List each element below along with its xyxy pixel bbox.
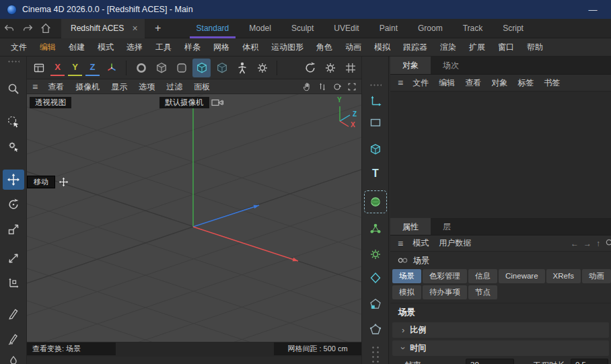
object-list[interactable] bbox=[390, 92, 611, 218]
forward-button[interactable] bbox=[18, 21, 36, 36]
attribute-manager-hamburger-icon[interactable]: ≡ bbox=[394, 236, 407, 251]
viewport-menu-cameras[interactable]: 摄像机 bbox=[70, 79, 105, 94]
group-scale[interactable]: › 比例 bbox=[392, 322, 609, 338]
om-menu-bookmarks[interactable]: 书签 bbox=[539, 77, 565, 89]
group-time[interactable]: › 时间 bbox=[392, 340, 609, 356]
menu-extensions[interactable]: 扩展 bbox=[464, 38, 491, 56]
tab-attributes[interactable]: 属性 bbox=[390, 218, 431, 235]
object-manager-hamburger-icon[interactable]: ≡ bbox=[394, 75, 407, 90]
attr-tab-cineware[interactable]: Cineware bbox=[499, 269, 545, 283]
attr-tab-color-management[interactable]: 色彩管理 bbox=[423, 269, 467, 283]
rounded-cube-button[interactable] bbox=[172, 59, 190, 77]
menu-edit[interactable]: 编辑 bbox=[34, 38, 61, 56]
axis-modify-tool-button[interactable] bbox=[3, 273, 24, 293]
layout-tab-standard[interactable]: Standard bbox=[186, 19, 240, 38]
quad-tool-button[interactable] bbox=[365, 268, 386, 288]
menu-spline[interactable]: 样条 bbox=[179, 38, 206, 56]
tool-settings-button[interactable] bbox=[321, 59, 339, 77]
history-forward-icon[interactable]: → bbox=[583, 239, 591, 248]
camera-switch-button[interactable] bbox=[211, 98, 225, 107]
menu-render[interactable]: 渲染 bbox=[435, 38, 462, 56]
generator-tool-button[interactable] bbox=[365, 244, 386, 264]
attr-tab-nodes[interactable]: 节点 bbox=[468, 285, 497, 299]
transform-tool-button[interactable] bbox=[3, 248, 24, 268]
menu-mode[interactable]: 模式 bbox=[92, 38, 119, 56]
parent-up-icon[interactable]: ↑ bbox=[596, 239, 600, 248]
camera-name-label[interactable]: 默认摄像机 bbox=[159, 97, 209, 108]
layout-tab-track[interactable]: Track bbox=[453, 19, 493, 38]
menu-create[interactable]: 创建 bbox=[63, 38, 90, 56]
menu-tools[interactable]: 工具 bbox=[150, 38, 177, 56]
move-tool-button[interactable] bbox=[3, 170, 24, 190]
search-icon[interactable] bbox=[605, 238, 611, 248]
fps-input[interactable]: 30 bbox=[466, 359, 514, 364]
cube-primitive-button[interactable] bbox=[152, 59, 170, 77]
sphere-object-button[interactable] bbox=[365, 192, 386, 212]
text-tool-button[interactable]: T bbox=[365, 163, 386, 184]
dolly-view-button[interactable] bbox=[316, 80, 328, 93]
attr-tab-scene[interactable]: 场景 bbox=[392, 269, 421, 283]
layout-tab-sculpt[interactable]: Sculpt bbox=[281, 19, 324, 38]
maximize-view-button[interactable] bbox=[345, 80, 358, 93]
palette-grip-dots[interactable] bbox=[371, 345, 380, 363]
menu-simulate[interactable]: 模拟 bbox=[369, 38, 396, 56]
menu-window[interactable]: 窗口 bbox=[493, 38, 519, 56]
back-button[interactable] bbox=[0, 21, 18, 36]
om-menu-edit[interactable]: 编辑 bbox=[434, 77, 460, 89]
menu-volume[interactable]: 体积 bbox=[237, 38, 264, 56]
history-back-icon[interactable]: ← bbox=[571, 239, 579, 248]
attr-tab-animation[interactable]: 动画 bbox=[582, 269, 611, 283]
viewport-menu-display[interactable]: 显示 bbox=[106, 79, 133, 94]
tab-objects[interactable]: 对象 bbox=[390, 57, 431, 74]
om-menu-view[interactable]: 查看 bbox=[460, 77, 486, 89]
axis-lock-x-button[interactable]: X bbox=[50, 60, 65, 76]
coordinate-system-button[interactable] bbox=[102, 59, 120, 77]
axes-tool-button[interactable] bbox=[365, 91, 386, 111]
sketch-pen-tool-button[interactable] bbox=[3, 328, 24, 349]
character-tools-button[interactable] bbox=[233, 59, 251, 77]
menu-mesh[interactable]: 网格 bbox=[208, 38, 235, 56]
cube-object-button[interactable] bbox=[365, 139, 386, 159]
dark-cube-button[interactable] bbox=[213, 59, 231, 77]
active-cube-tool-button[interactable] bbox=[192, 59, 211, 77]
pentagon-tool-button[interactable] bbox=[365, 294, 386, 314]
viewport-menu-view[interactable]: 查看 bbox=[42, 79, 69, 94]
am-menu-userdata[interactable]: 用户数据 bbox=[434, 238, 476, 249]
orbit-view-button[interactable] bbox=[330, 80, 343, 93]
om-menu-object[interactable]: 对象 bbox=[487, 77, 512, 89]
attr-tab-info[interactable]: 信息 bbox=[468, 269, 497, 283]
tweak-tool-button[interactable] bbox=[3, 137, 24, 157]
attr-tab-todo[interactable]: 待办事项 bbox=[423, 285, 467, 299]
close-tab-icon[interactable]: × bbox=[132, 24, 137, 33]
attr-tab-xrefs[interactable]: XRefs bbox=[546, 269, 581, 283]
menu-animate[interactable]: 动画 bbox=[340, 38, 367, 56]
layout-tab-model[interactable]: Model bbox=[239, 19, 281, 38]
character-settings-button[interactable] bbox=[253, 59, 271, 77]
viewport-panel-button[interactable] bbox=[30, 59, 48, 77]
ring-primitive-button[interactable] bbox=[132, 59, 150, 77]
duration-input[interactable]: 0.5 bbox=[571, 359, 608, 364]
viewport-hamburger-icon[interactable]: ≡ bbox=[28, 79, 42, 94]
grid-toggle-button[interactable] bbox=[341, 59, 359, 77]
axis-lock-z-button[interactable]: Z bbox=[85, 60, 100, 76]
scale-tool-button[interactable] bbox=[3, 219, 24, 240]
om-menu-file[interactable]: 文件 bbox=[408, 77, 433, 89]
viewport-menu-filter[interactable]: 过滤 bbox=[161, 79, 188, 94]
menu-select[interactable]: 选择 bbox=[121, 38, 148, 56]
palette-grip[interactable] bbox=[369, 83, 382, 87]
axis-lock-y-button[interactable]: Y bbox=[68, 60, 82, 76]
layout-tab-uvedit[interactable]: UVEdit bbox=[324, 19, 369, 38]
pan-view-button[interactable] bbox=[301, 80, 314, 93]
document-tab[interactable]: Redshift ACES × bbox=[61, 19, 145, 38]
menu-mograph[interactable]: 运动图形 bbox=[266, 38, 309, 56]
add-tab-button[interactable]: + bbox=[150, 22, 166, 34]
viewport-canvas[interactable]: Y Z X 透视视图 默认摄像机 移动 bbox=[27, 94, 361, 342]
layout-tab-paint[interactable]: Paint bbox=[369, 19, 408, 38]
menu-character[interactable]: 角色 bbox=[311, 38, 338, 56]
pen-tool-button[interactable] bbox=[3, 303, 24, 324]
cluster-object-button[interactable] bbox=[365, 219, 386, 239]
menu-tracker[interactable]: 跟踪器 bbox=[398, 38, 433, 56]
zoom-tool-button[interactable] bbox=[3, 79, 24, 99]
palette-grip[interactable] bbox=[7, 60, 20, 63]
live-selection-tool-button[interactable] bbox=[3, 112, 24, 132]
